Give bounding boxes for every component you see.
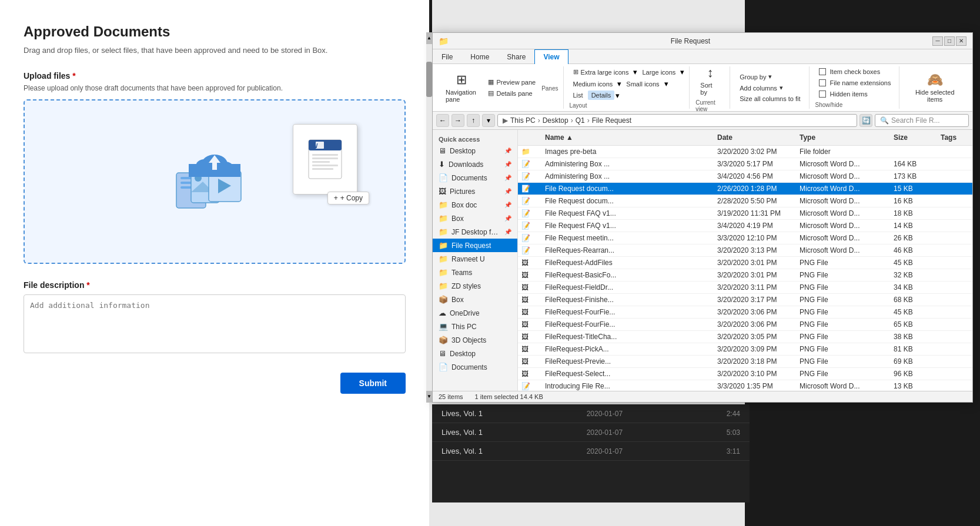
tab-file[interactable]: File xyxy=(433,49,461,64)
scroll-up-button[interactable]: ▲ xyxy=(426,32,432,44)
table-row[interactable]: 🖼 FileRequest-Previe... 3/20/2020 3:18 P… xyxy=(518,356,972,368)
table-row[interactable]: 📝 File Request FAQ v1... 3/4/2020 4:19 P… xyxy=(518,220,972,232)
search-bar[interactable]: 🔍 Search File R... xyxy=(875,114,969,127)
table-row[interactable]: 📝 Administering Box ... 3/4/2020 4:56 PM… xyxy=(518,170,972,183)
table-row[interactable]: 📁 Images pre-beta 3/20/2020 3:02 PM File… xyxy=(518,146,972,158)
table-row[interactable]: 📝 Introducing File Re... 3/3/2020 1:35 P… xyxy=(518,380,972,391)
status-bar: 25 items 1 item selected 14.4 KB xyxy=(433,391,972,402)
table-row[interactable]: 📝 File Request FAQ v1... 3/19/2020 11:31… xyxy=(518,207,972,220)
table-row[interactable]: 🖼 FileRequest-PickA... 3/20/2020 3:09 PM… xyxy=(518,343,972,356)
table-row[interactable]: 🖼 FileRequest-FieldDr... 3/20/2020 3:11 … xyxy=(518,282,972,294)
minimize-button[interactable]: ─ xyxy=(932,36,943,46)
header-select[interactable] xyxy=(518,132,541,143)
upload-instruction: Please upload only those draft documents… xyxy=(24,84,406,92)
dark-item-dur-1: 2:44 xyxy=(727,410,740,418)
sidebar-item-3dobjects[interactable]: 📦 3D Objects xyxy=(433,333,517,347)
sidebar-item-jf[interactable]: 📁 JF Desktop for rea... 📌 xyxy=(433,225,517,239)
details-button[interactable]: Details xyxy=(588,91,615,100)
sidebar-item-pictures[interactable]: 🖼 Pictures 📌 xyxy=(433,185,517,198)
small-icons-button[interactable]: Small icons xyxy=(623,79,663,89)
breadcrumb-this-pc[interactable]: This PC xyxy=(510,116,536,125)
item-check-boxes-button[interactable]: Item check boxes xyxy=(815,67,895,76)
preview-pane-button[interactable]: ▦ Preview pane xyxy=(484,77,539,87)
drop-zone[interactable]: W + + Copy xyxy=(24,99,406,264)
table-row[interactable]: 🖼 FileRequest-FourFie... 3/20/2020 3:06 … xyxy=(518,319,972,331)
sidebar-item-desktop[interactable]: 🖥 Desktop 📌 xyxy=(433,144,517,158)
maximize-button[interactable]: □ xyxy=(944,36,955,46)
tab-share[interactable]: Share xyxy=(498,49,534,64)
jf-icon: 📁 xyxy=(439,227,448,236)
sidebar-item-documents2[interactable]: 📄 Documents xyxy=(433,360,517,374)
navigation-pane-button[interactable]: ⊞ Navigation pane xyxy=(441,70,482,105)
details-pane-button[interactable]: ▤ Details pane xyxy=(484,88,539,98)
large-icons-button[interactable]: Large icons xyxy=(638,68,679,77)
sidebar-item-desktop2[interactable]: 🖥 Desktop xyxy=(433,347,517,360)
table-row[interactable]: 🖼 FileRequest-FourFie... 3/20/2020 3:06 … xyxy=(518,306,972,319)
sidebar-item-box[interactable]: 📁 Box 📌 xyxy=(433,212,517,225)
back-button[interactable]: ← xyxy=(436,114,449,127)
ravneet-icon: 📁 xyxy=(439,254,448,263)
file-description-title: File description * xyxy=(24,280,406,290)
tab-view[interactable]: View xyxy=(534,49,568,64)
sidebar-item-onedrive[interactable]: ☁ OneDrive xyxy=(433,306,517,320)
hidden-items-icon xyxy=(819,91,826,98)
scroll-thumb[interactable] xyxy=(426,62,432,97)
sidebar-item-box-app[interactable]: 📦 Box xyxy=(433,293,517,306)
sidebar-item-zdstyles[interactable]: 📁 ZD styles xyxy=(433,279,517,293)
header-type[interactable]: Type xyxy=(796,132,890,143)
submit-button[interactable]: Submit xyxy=(340,373,406,394)
sort-by-button[interactable]: ↕ Sort by xyxy=(695,63,725,98)
svg-rect-18 xyxy=(312,154,338,156)
teams-icon: 📁 xyxy=(439,268,448,277)
close-button[interactable]: ✕ xyxy=(956,36,966,46)
file-size-cell xyxy=(890,150,937,153)
up-button[interactable]: ↑ xyxy=(467,114,480,127)
file-type-cell: File folder xyxy=(796,146,890,158)
vertical-scrollbar[interactable]: ▲ ▼ xyxy=(426,32,432,403)
table-row[interactable]: 📝 FileReques-Rearran... 3/20/2020 3:13 P… xyxy=(518,244,972,257)
table-row[interactable]: 🖼 FileRequest-TitleCha... 3/20/2020 3:05… xyxy=(518,331,972,343)
table-row[interactable]: 🖼 FileRequest-Select... 3/20/2020 3:10 P… xyxy=(518,368,972,380)
hide-selected-items-button[interactable]: 🙈 Hide selected items xyxy=(905,70,964,105)
dark-item-title-1: Lives, Vol. 1 xyxy=(441,409,483,418)
sidebar-item-teams[interactable]: 📁 Teams xyxy=(433,266,517,279)
table-row[interactable]: 🖼 FileRequest-Finishe... 3/20/2020 3:17 … xyxy=(518,294,972,306)
extra-large-icons-button[interactable]: ⊞ Extra large icons xyxy=(570,67,633,77)
sidebar-item-boxdoc[interactable]: 📁 Box doc 📌 xyxy=(433,198,517,212)
table-row[interactable]: 📝 File Request docum... 2/28/2020 5:50 P… xyxy=(518,195,972,207)
scroll-down-button[interactable]: ▼ xyxy=(426,391,432,403)
file-description-input[interactable] xyxy=(24,294,406,353)
header-tags[interactable]: Tags xyxy=(937,132,972,143)
sidebar-item-ravneet[interactable]: 📁 Ravneet U xyxy=(433,252,517,266)
group-by-button[interactable]: Group by ▾ xyxy=(736,72,804,82)
zdstyles-icon: 📁 xyxy=(439,282,448,290)
breadcrumb-q1[interactable]: Q1 xyxy=(576,116,585,125)
address-path[interactable]: ▶ This PC › Desktop › Q1 › File Request xyxy=(497,114,857,127)
header-date[interactable]: Date xyxy=(714,132,796,143)
breadcrumb-file-request[interactable]: File Request xyxy=(592,116,631,125)
sort-icon: ↕ xyxy=(707,65,714,81)
svg-rect-21 xyxy=(312,165,338,166)
size-all-columns-button[interactable]: Size all columns to fit xyxy=(736,94,804,103)
sidebar-item-thispc[interactable]: 💻 This PC xyxy=(433,320,517,333)
refresh-button[interactable]: 🔄 xyxy=(859,114,872,127)
recent-button[interactable]: ▾ xyxy=(482,114,495,127)
table-row[interactable]: 📝 Administering Box ... 3/3/2020 5:17 PM… xyxy=(518,158,972,170)
list-button[interactable]: List xyxy=(570,91,587,100)
table-row[interactable]: 🖼 FileRequest-BasicFo... 3/20/2020 3:01 … xyxy=(518,269,972,282)
table-row[interactable]: 📝 File Request meetin... 3/3/2020 12:10 … xyxy=(518,232,972,244)
sidebar-item-file-request[interactable]: 📁 File Request xyxy=(433,239,517,252)
header-name[interactable]: Name ▲ xyxy=(541,132,714,143)
medium-icons-button[interactable]: Medium icons xyxy=(570,79,617,89)
table-row-selected[interactable]: 📝 File Request docum... 2/26/2020 1:28 P… xyxy=(518,183,972,195)
sidebar-item-documents[interactable]: 📄 Documents 📌 xyxy=(433,171,517,185)
hidden-items-button[interactable]: Hidden items xyxy=(815,89,895,99)
add-columns-button[interactable]: Add columns ▾ xyxy=(736,83,804,93)
file-name-extensions-button[interactable]: File name extensions xyxy=(815,78,895,88)
table-row[interactable]: 🖼 FileRequest-AddFiles 3/20/2020 3:01 PM… xyxy=(518,257,972,269)
sidebar-item-downloads[interactable]: ⬇ Downloads 📌 xyxy=(433,158,517,171)
header-size[interactable]: Size xyxy=(890,132,937,143)
breadcrumb-desktop[interactable]: Desktop xyxy=(543,116,568,125)
forward-button[interactable]: → xyxy=(451,114,464,127)
tab-home[interactable]: Home xyxy=(461,49,498,64)
